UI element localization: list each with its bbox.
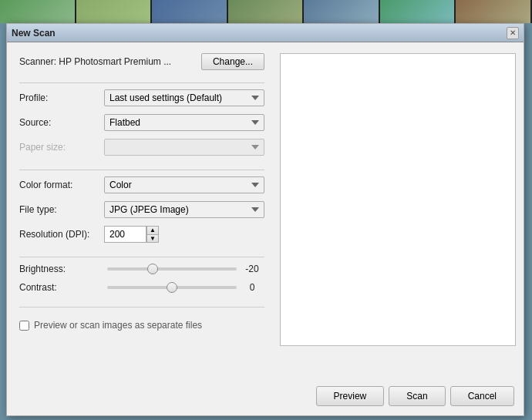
contrast-track[interactable] <box>107 286 237 289</box>
color-format-label: Color format: <box>19 180 104 190</box>
scanner-label: Scanner: HP Photosmart Premium ... <box>19 56 171 67</box>
left-panel: Scanner: HP Photosmart Premium ... Chang… <box>7 42 277 415</box>
source-row: Source: Flatbed Feeder <box>19 114 264 131</box>
file-type-select[interactable]: JPG (JPEG Image) BMP (Bitmap Image) PNG … <box>104 201 264 218</box>
brightness-thumb[interactable] <box>147 264 158 274</box>
contrast-thumb[interactable] <box>167 282 177 293</box>
resolution-down-button[interactable]: ▼ <box>146 234 159 243</box>
file-type-row: File type: JPG (JPEG Image) BMP (Bitmap … <box>19 201 264 218</box>
contrast-row: Contrast: 0 <box>19 282 264 293</box>
scan-button[interactable]: Scan <box>389 386 445 406</box>
resolution-up-button[interactable]: ▲ <box>146 226 159 234</box>
paper-size-row: Paper size: <box>19 139 264 156</box>
source-label: Source: <box>19 117 104 128</box>
filmstrip <box>0 0 532 23</box>
color-format-select[interactable]: Color Grayscale Black and White <box>104 176 264 193</box>
preview-separate-checkbox[interactable] <box>19 321 29 331</box>
divider <box>19 257 264 257</box>
new-scan-dialog: New Scan ✕ Scanner: HP Photosmart Premiu… <box>6 23 524 416</box>
resolution-label: Resolution (DPI): <box>19 229 104 240</box>
preview-panel <box>277 42 524 415</box>
divider <box>19 307 264 307</box>
film-image <box>304 0 380 23</box>
resolution-input[interactable] <box>104 226 146 243</box>
preview-button[interactable]: Preview <box>316 386 385 406</box>
color-format-row: Color format: Color Grayscale Black and … <box>19 176 264 193</box>
film-image <box>228 0 305 23</box>
titlebar: New Scan ✕ <box>7 24 524 42</box>
resolution-row: Resolution (DPI): ▲ ▼ <box>19 226 264 243</box>
film-image <box>152 0 228 23</box>
profile-select[interactable]: Last used settings (Default) Photo (Defa… <box>104 89 264 106</box>
contrast-label: Contrast: <box>19 282 104 293</box>
change-scanner-button[interactable]: Change... <box>201 53 264 70</box>
source-select[interactable]: Flatbed Feeder <box>104 114 264 131</box>
dialog-title: New Scan <box>12 28 56 39</box>
contrast-value: 0 <box>240 282 264 293</box>
brightness-value: -20 <box>240 264 264 274</box>
profile-row: Profile: Last used settings (Default) Ph… <box>19 89 264 106</box>
preview-box <box>280 53 516 346</box>
scanner-row: Scanner: HP Photosmart Premium ... Chang… <box>19 53 264 70</box>
film-image <box>76 0 153 23</box>
close-button[interactable]: ✕ <box>507 27 519 39</box>
brightness-label: Brightness: <box>19 264 104 274</box>
film-image <box>380 0 456 23</box>
cancel-button[interactable]: Cancel <box>450 386 514 406</box>
file-type-label: File type: <box>19 204 104 215</box>
brightness-track[interactable] <box>107 267 237 270</box>
divider <box>19 170 264 170</box>
button-row: Preview Scan Cancel <box>316 386 514 406</box>
film-image <box>0 0 76 23</box>
profile-label: Profile: <box>19 92 104 103</box>
paper-size-select <box>104 139 264 156</box>
checkbox-row: Preview or scan images as separate files <box>19 320 264 331</box>
brightness-row: Brightness: -20 <box>19 264 264 274</box>
divider <box>19 82 264 83</box>
resolution-spinner: ▲ ▼ <box>146 226 159 243</box>
paper-size-label: Paper size: <box>19 142 104 153</box>
checkbox-label[interactable]: Preview or scan images as separate files <box>34 320 202 331</box>
film-image <box>456 0 532 23</box>
